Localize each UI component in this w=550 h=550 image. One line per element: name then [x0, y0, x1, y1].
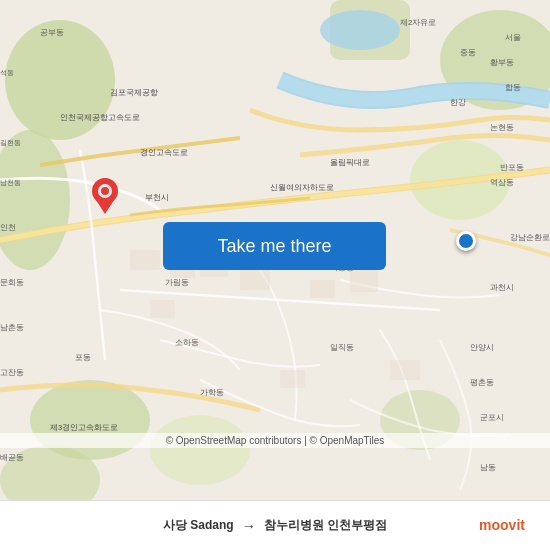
svg-text:남촌동: 남촌동 [0, 323, 24, 332]
svg-rect-14 [240, 270, 270, 290]
svg-rect-19 [280, 370, 305, 388]
map-attribution: © OpenStreetMap contributors | © OpenMap… [0, 433, 550, 448]
svg-text:인천국제공항고속도로: 인천국제공항고속도로 [60, 113, 140, 122]
moovit-logo: moovit [462, 500, 542, 550]
svg-text:합동: 합동 [505, 83, 521, 92]
svg-text:반포동: 반포동 [500, 163, 524, 172]
route-arrow: → [242, 518, 256, 534]
svg-text:제2자유로: 제2자유로 [400, 18, 436, 27]
svg-text:중동: 중동 [460, 48, 476, 57]
svg-text:역삼동: 역삼동 [490, 178, 514, 187]
map-container: 공부동 제2자유로 중동 서울 황부동 석동 합동 인천국제공항고속도로 김포국… [0, 0, 550, 500]
svg-text:부천시: 부천시 [145, 193, 169, 202]
svg-text:서울: 서울 [505, 33, 521, 42]
svg-rect-17 [150, 300, 175, 318]
moovit-brand-text: moovit [479, 517, 525, 533]
svg-text:평촌동: 평촌동 [470, 378, 494, 387]
svg-rect-15 [310, 280, 335, 298]
svg-text:가림동: 가림동 [165, 278, 189, 287]
svg-text:올림픽대로: 올림픽대로 [330, 158, 370, 167]
svg-text:황부동: 황부동 [490, 58, 514, 67]
svg-text:강남순환로: 강남순환로 [510, 233, 550, 242]
svg-text:석동: 석동 [0, 69, 14, 77]
svg-text:고잔동: 고잔동 [0, 368, 24, 377]
svg-text:군포시: 군포시 [480, 413, 504, 422]
route-to: 참누리병원 인천부평점 [264, 517, 387, 534]
svg-text:신월여의자하도로: 신월여의자하도로 [270, 183, 334, 192]
footer-bar: 사당 Sadang → 참누리병원 인천부평점 moovit [0, 500, 550, 550]
svg-text:남동: 남동 [480, 463, 496, 472]
svg-rect-11 [130, 250, 160, 270]
svg-text:공부동: 공부동 [40, 28, 64, 37]
svg-text:인천: 인천 [0, 223, 16, 232]
svg-text:안양시: 안양시 [470, 343, 494, 352]
svg-text:소하동: 소하동 [175, 338, 199, 347]
svg-point-9 [150, 415, 250, 485]
svg-rect-16 [350, 270, 378, 292]
svg-text:가학동: 가학동 [200, 388, 224, 397]
destination-dot [456, 231, 476, 251]
svg-text:포동: 포동 [75, 353, 91, 362]
svg-text:배곧동: 배곧동 [0, 453, 24, 462]
svg-marker-62 [96, 200, 114, 214]
svg-text:일직동: 일직동 [330, 343, 354, 352]
svg-text:한강: 한강 [450, 98, 466, 107]
svg-point-1 [5, 20, 115, 140]
take-me-there-button[interactable]: Take me there [163, 222, 386, 270]
take-me-there-label: Take me there [217, 236, 331, 257]
svg-text:과천시: 과천시 [490, 283, 514, 292]
svg-text:경인고속도로: 경인고속도로 [140, 148, 188, 157]
svg-rect-18 [390, 360, 420, 380]
svg-text:문희동: 문희동 [0, 278, 24, 287]
svg-text:논현동: 논현동 [490, 123, 514, 132]
svg-point-10 [320, 10, 400, 50]
svg-text:제3경인고속화도로: 제3경인고속화도로 [50, 423, 118, 432]
location-pin [90, 178, 120, 214]
svg-text:길현동: 길현동 [0, 139, 21, 146]
route-from: 사당 Sadang [163, 517, 234, 534]
svg-point-61 [101, 187, 109, 195]
svg-text:남천동: 남천동 [0, 179, 21, 187]
svg-text:김포국제공항: 김포국제공항 [110, 88, 158, 97]
